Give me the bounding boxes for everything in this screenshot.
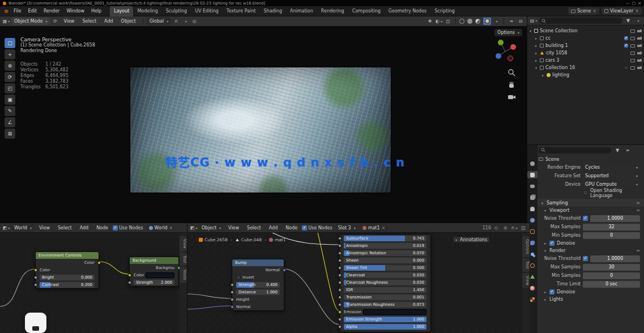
- camera-toggle-icon[interactable]: [637, 37, 642, 40]
- section-menu-icon[interactable]: ≡: [636, 248, 640, 253]
- outliner-row-cars3[interactable]: cars 3: [527, 57, 644, 64]
- distance-input-socket[interactable]: [231, 291, 234, 294]
- tab-render-icon[interactable]: [527, 171, 538, 178]
- invert-checkbox[interactable]: [236, 275, 241, 280]
- side-tab-node[interactable]: Node: [180, 267, 187, 283]
- menu-help[interactable]: Help: [88, 8, 105, 14]
- view-layer-selector[interactable]: ViewLayer ×: [602, 7, 642, 15]
- section-menu-icon[interactable]: ≡: [636, 200, 640, 206]
- scene-unlink-icon[interactable]: ×: [592, 8, 596, 14]
- strength-input-socket[interactable]: [128, 281, 131, 284]
- menu-window[interactable]: Window: [63, 8, 88, 14]
- shader-type-dropdown[interactable]: World: [11, 224, 35, 232]
- filter-funnel-icon[interactable]: ▼: [624, 17, 632, 24]
- camera-toggle-icon[interactable]: [637, 59, 642, 62]
- show-gizmo-icon[interactable]: ✥: [426, 18, 434, 25]
- node-background-title[interactable]: Background: [130, 257, 178, 264]
- transmission-slider[interactable]: Transmission0.001: [344, 294, 427, 300]
- lights-header[interactable]: Lights: [538, 296, 644, 303]
- r-noise-threshold-checkbox[interactable]: [583, 256, 588, 261]
- overlay-toggle-icon[interactable]: ◫: [519, 224, 527, 232]
- outliner-display-dropdown[interactable]: [634, 17, 642, 24]
- proportional-edit-icon[interactable]: ◎: [190, 18, 198, 25]
- node-background[interactable]: Background Backgrou Color Strength2.000: [129, 257, 179, 287]
- color-swatch[interactable]: [146, 272, 174, 278]
- side-tab-view[interactable]: View: [180, 236, 187, 251]
- workspace-tab-modeling[interactable]: Modeling: [133, 6, 161, 16]
- clearcoat-slider[interactable]: Clearcoat0.030: [344, 272, 427, 278]
- exclude-checkbox[interactable]: [624, 44, 628, 48]
- vp-noise-threshold-field[interactable]: 1.0000: [590, 215, 640, 222]
- color-output-socket[interactable]: [97, 261, 101, 264]
- camera-toggle-icon[interactable]: [637, 52, 642, 54]
- sheen-tint-slider[interactable]: Sheen Tint0.500: [344, 265, 427, 271]
- shading-material-icon[interactable]: [475, 19, 480, 24]
- ior-socket[interactable]: [338, 288, 342, 292]
- tool-move[interactable]: ⊕: [5, 61, 15, 71]
- properties-breadcrumb[interactable]: Scene: [545, 157, 559, 162]
- side-tab-view[interactable]: View: [522, 273, 530, 288]
- emission-socket[interactable]: [338, 310, 342, 314]
- workspace-tab-texture-paint[interactable]: Texture Paint: [223, 6, 260, 16]
- workspace-tab-compositing[interactable]: Compositing: [348, 6, 385, 16]
- outliner-row-scene-collection[interactable]: Scene Collection: [527, 27, 644, 35]
- outliner-row-building1[interactable]: building 1: [527, 42, 644, 49]
- snap-target-dropdown[interactable]: [181, 18, 189, 25]
- screen-toggle-icon[interactable]: [630, 44, 635, 48]
- menu-select-shader[interactable]: Select: [244, 225, 265, 230]
- breadcrumb-object[interactable]: Cube.2658: [204, 237, 228, 242]
- side-tab-options[interactable]: Options: [522, 236, 530, 257]
- menu-node-shader[interactable]: Node: [282, 225, 301, 230]
- snap-magnet-icon[interactable]: ∩: [172, 18, 180, 25]
- shading-solid-icon[interactable]: [467, 19, 472, 24]
- node-environment-controls[interactable]: Environment Controls Color Color Bright0…: [35, 251, 99, 289]
- osl-checkbox[interactable]: [583, 190, 588, 195]
- unlink-icon[interactable]: ×: [382, 225, 386, 230]
- menu-add-shader[interactable]: Add: [266, 225, 282, 230]
- blender-menu-icon[interactable]: ◍: [2, 7, 10, 15]
- viewport-subsection-header[interactable]: Viewport≡: [538, 207, 644, 214]
- normal-input-socket[interactable]: [231, 305, 234, 309]
- r-denoise-header[interactable]: Denoise: [538, 288, 644, 296]
- anisotropic-socket[interactable]: [338, 244, 342, 247]
- subsurface-socket[interactable]: [338, 237, 342, 240]
- shading-options-dropdown[interactable]: [492, 18, 500, 25]
- viewport-options-button[interactable]: Options: [494, 29, 522, 36]
- pin-icon[interactable]: ⊙: [501, 224, 509, 232]
- tool-select-box[interactable]: ▢: [5, 38, 15, 48]
- tab-view-layer-icon[interactable]: [527, 194, 538, 201]
- r-noise-threshold-field[interactable]: 1.0000: [590, 255, 640, 262]
- fake-user-icon[interactable]: ◇: [492, 224, 500, 232]
- clearcoat-socket[interactable]: [338, 274, 342, 277]
- contrast-slider[interactable]: Contrast0.200: [40, 282, 95, 288]
- world-datablock[interactable]: World ×: [146, 224, 176, 232]
- viewport-extra-icon[interactable]: ⊟: [517, 18, 524, 25]
- tool-transform[interactable]: ▣: [5, 95, 15, 105]
- side-tab-tool[interactable]: Tool: [180, 253, 187, 266]
- xray-toggle-icon[interactable]: ◫: [444, 18, 452, 25]
- workspace-tab-layout[interactable]: Layout: [110, 6, 133, 16]
- bright-slider[interactable]: Bright0.000: [40, 275, 95, 280]
- alpha-socket[interactable]: [338, 325, 342, 328]
- bright-input-socket[interactable]: [34, 276, 37, 279]
- color-input-socket[interactable]: [34, 268, 37, 272]
- anisotropic-rotation-socket[interactable]: [338, 251, 342, 255]
- minimize-button[interactable]: —: [626, 1, 630, 6]
- workspace-tab-sculpting[interactable]: Sculpting: [162, 6, 191, 16]
- workspace-tab-animation[interactable]: Animation: [286, 6, 317, 16]
- use-nodes-checkbox[interactable]: [113, 225, 118, 230]
- snapping-dropdown[interactable]: ∩: [510, 224, 518, 232]
- editor-type-shader-icon[interactable]: ◩: [2, 224, 10, 232]
- vp-noise-threshold-checkbox[interactable]: [583, 216, 588, 221]
- emission-strength-slider[interactable]: Emission Strength1.000: [344, 317, 427, 322]
- sheen-socket[interactable]: [338, 259, 342, 262]
- node-principled-bsdf[interactable]: Subsurface0.743 Anisotropic0.019 Anisotr…: [339, 234, 431, 332]
- anisotropic-slider[interactable]: Anisotropic0.019: [344, 243, 427, 249]
- emission-color-swatch[interactable]: [363, 309, 427, 315]
- editor-type-shader-icon[interactable]: ◩: [190, 224, 198, 232]
- transmission-roughness-slider[interactable]: Transmission Roughness0.073: [344, 302, 427, 308]
- outliner-row-city1058[interactable]: city 1058: [527, 49, 644, 57]
- workspace-tab-scripting[interactable]: Scripting: [430, 6, 459, 16]
- viewport-3d[interactable]: Camera Perspective (1) Scene Collection …: [0, 27, 527, 223]
- transform-orientation-dropdown[interactable]: Global: [147, 18, 172, 25]
